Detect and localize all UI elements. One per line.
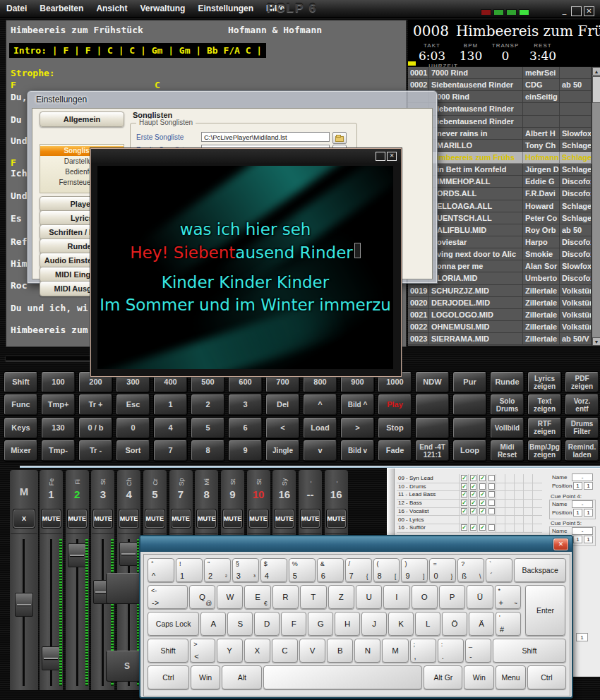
grid-button-5[interactable]: 5 bbox=[191, 418, 224, 438]
key-sym[interactable]: <--> bbox=[148, 585, 188, 609]
mute-button[interactable]: MUTE bbox=[249, 509, 268, 528]
key-space[interactable] bbox=[263, 665, 422, 689]
key-3[interactable]: §3³ bbox=[232, 558, 259, 582]
grid-button-blank[interactable] bbox=[416, 418, 449, 438]
key-b[interactable]: B bbox=[327, 639, 353, 663]
track-checkbox[interactable]: ✓ bbox=[479, 524, 486, 531]
grid-button-end--4t-121-1[interactable]: End -4T 121:1 bbox=[416, 440, 449, 461]
key-y[interactable]: Y bbox=[217, 639, 243, 663]
grid-button-loop[interactable]: Loop bbox=[453, 440, 486, 461]
mute-button[interactable]: MUTE bbox=[301, 509, 320, 528]
table-row[interactable]: 00017000 RindmehrSei bbox=[408, 67, 592, 79]
key-win[interactable]: Win bbox=[191, 665, 221, 689]
key-sym[interactable]: °^ bbox=[148, 558, 174, 582]
scroll-down-icon[interactable]: ▼ bbox=[592, 337, 600, 346]
key-r[interactable]: R bbox=[272, 585, 299, 609]
key-w[interactable]: W bbox=[217, 585, 243, 609]
grid-button-v[interactable]: v bbox=[304, 440, 337, 461]
track-checkbox[interactable]: ✓ bbox=[461, 483, 467, 490]
track-checkbox[interactable]: ✓ bbox=[470, 491, 476, 497]
key-d[interactable]: D bbox=[254, 612, 280, 636]
field-input[interactable]: C:\PcLivePlayer\Midiland.lst bbox=[201, 132, 330, 142]
grid-button-rtf-zeigen[interactable]: RTF zeigen bbox=[528, 418, 561, 438]
key-altgr[interactable]: Alt Gr bbox=[424, 665, 462, 689]
grid-button-midi-reset[interactable]: Midi Reset bbox=[491, 440, 524, 461]
mute-button[interactable]: MUTE bbox=[93, 509, 112, 528]
key-2[interactable]: "2² bbox=[204, 558, 231, 582]
scroll-thumb[interactable] bbox=[592, 76, 600, 103]
track-checkbox[interactable] bbox=[488, 483, 495, 490]
key-6[interactable]: &6 bbox=[317, 558, 344, 582]
browse-button[interactable] bbox=[332, 132, 347, 144]
track-checkbox[interactable]: ✓ bbox=[479, 500, 486, 506]
grid-button-1[interactable]: 1 bbox=[154, 394, 187, 415]
key-a[interactable]: A bbox=[200, 612, 226, 636]
key-sym[interactable]: _- bbox=[465, 639, 491, 663]
key-q[interactable]: Q@ bbox=[189, 585, 215, 609]
key-k[interactable]: K bbox=[388, 612, 414, 636]
track-checkbox[interactable]: ✓ bbox=[479, 491, 486, 497]
key-ctrl[interactable]: Ctrl bbox=[148, 665, 189, 689]
mute-button[interactable]: MUTE bbox=[275, 509, 294, 528]
track-checkbox[interactable]: ✓ bbox=[470, 524, 476, 531]
grid-button-vollbild[interactable]: Vollbild bbox=[491, 418, 524, 438]
grid-button-jingle[interactable]: Jingle bbox=[266, 440, 299, 461]
key-alt[interactable]: Alt bbox=[222, 665, 262, 689]
grid-button-tr--[interactable]: Tr + bbox=[79, 394, 112, 415]
grid-button--[interactable]: ^ bbox=[304, 394, 337, 415]
maximize-icon[interactable] bbox=[571, 6, 582, 16]
grid-button-bild-v[interactable]: Bild v bbox=[341, 440, 374, 461]
key-enter[interactable]: Enter bbox=[525, 585, 565, 636]
grid-button-blank[interactable] bbox=[453, 418, 486, 438]
key-ä[interactable]: Ä bbox=[469, 612, 494, 636]
grid-button-100[interactable]: 100 bbox=[42, 372, 75, 392]
grid-button-9[interactable]: 9 bbox=[229, 440, 262, 461]
track-checkbox[interactable]: ✓ bbox=[461, 500, 467, 506]
key-m[interactable]: M bbox=[382, 639, 408, 663]
minimize-icon[interactable]: _ bbox=[560, 7, 569, 16]
key-p[interactable]: P bbox=[439, 585, 465, 609]
key-sym[interactable]: ;, bbox=[410, 639, 436, 663]
key-5[interactable]: %5 bbox=[289, 558, 316, 582]
table-row[interactable]: 0023SIERRAMA.MIDZillertaleab 50/V bbox=[408, 333, 592, 345]
key-ctrl[interactable]: Ctrl bbox=[527, 665, 566, 689]
mute-button[interactable]: MUTE bbox=[327, 509, 346, 528]
key-e[interactable]: E€ bbox=[244, 585, 270, 609]
key-z[interactable]: Z bbox=[328, 585, 354, 609]
track-checkbox[interactable]: ✓ bbox=[461, 524, 467, 531]
key-i[interactable]: I bbox=[383, 585, 409, 609]
key-7[interactable]: /7{ bbox=[345, 558, 372, 582]
key-8[interactable]: (8[ bbox=[373, 558, 400, 582]
key-h[interactable]: H bbox=[335, 612, 360, 636]
grid-button-7[interactable]: 7 bbox=[154, 440, 187, 461]
table-row[interactable]: 0021LOGOLOGO.MIDZillertaleVolkstüml bbox=[408, 309, 592, 321]
grid-button-0[interactable]: 0 bbox=[116, 418, 150, 438]
song-list-scrollbar[interactable]: ▲ ▼ bbox=[592, 67, 600, 346]
mute-button[interactable]: MUTE bbox=[172, 509, 191, 528]
key-sym[interactable]: `´ bbox=[486, 558, 512, 582]
name-field[interactable]: - bbox=[572, 473, 593, 481]
key-v[interactable]: V bbox=[299, 639, 325, 663]
key-9[interactable]: )9] bbox=[401, 558, 428, 582]
key-shift[interactable]: Shift bbox=[493, 639, 566, 663]
key-n[interactable]: N bbox=[354, 639, 380, 663]
key-sym[interactable]: '# bbox=[496, 612, 521, 636]
track-checkbox[interactable]: ✓ bbox=[461, 491, 467, 497]
fader-handle[interactable] bbox=[119, 542, 138, 566]
grid-button-4[interactable]: 4 bbox=[154, 418, 187, 438]
key-sym[interactable]: *+~ bbox=[495, 585, 521, 609]
key-u[interactable]: U bbox=[356, 585, 382, 609]
track-checkbox[interactable]: ✓ bbox=[470, 475, 476, 481]
key-sym[interactable]: >< bbox=[190, 639, 215, 663]
key-x[interactable]: X bbox=[244, 639, 270, 663]
grid-button-bmp-jpg-zeigen[interactable]: Bmp/Jpg zeigen bbox=[528, 440, 561, 461]
grid-button-pur[interactable]: Pur bbox=[453, 372, 486, 392]
key-ü[interactable]: Ü bbox=[467, 585, 493, 609]
grid-button-solo-drums[interactable]: Solo Drums bbox=[491, 394, 524, 415]
grid-button-blank[interactable] bbox=[416, 394, 449, 415]
master-x-button[interactable]: X bbox=[13, 509, 35, 528]
key-0[interactable]: =0} bbox=[429, 558, 456, 582]
key-win[interactable]: Win bbox=[464, 665, 494, 689]
position-field[interactable]: 1 bbox=[573, 536, 582, 543]
grid-button-shift[interactable]: Shift bbox=[4, 372, 37, 392]
